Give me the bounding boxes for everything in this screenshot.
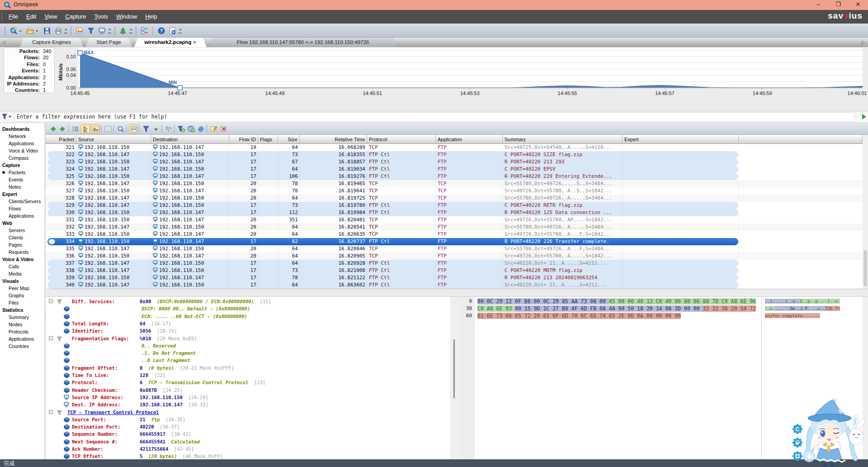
close-button[interactable]: ✕	[848, 0, 868, 10]
capture-new-icon-dropdown[interactable]: ▾	[19, 29, 21, 33]
packet-row-334[interactable]: 334192.168.110.150192.168.110.147178216.…	[46, 238, 863, 245]
capture-new-icon[interactable]	[8, 25, 19, 36]
sidebar-item-pages[interactable]: Pages	[0, 241, 45, 248]
menu-tools[interactable]: Tools	[90, 10, 112, 24]
packet-row-323[interactable]: 323192.168.110.150192.168.110.147176716.…	[46, 158, 863, 166]
mascot-c-button[interactable]: C	[792, 424, 803, 434]
sidebar-item-requests[interactable]: Requests	[0, 248, 45, 256]
menu-view[interactable]: View	[40, 10, 61, 24]
decode-row[interactable]: 0.. Reserved	[46, 342, 450, 349]
menu-file[interactable]: File	[5, 10, 22, 24]
tree-expander-icon[interactable]: −	[49, 336, 53, 340]
decode-row-source-port[interactable]: Source Port:21 ftp [34-35]	[46, 416, 450, 423]
decode-row[interactable]: .1. Do Not Fragment	[46, 349, 450, 357]
tab-flow-192-168-110-147-55780-192[interactable]: Flow 192.168.110.147:55780 <-> 192.168.1…	[209, 38, 397, 47]
packet-row-329[interactable]: 329192.168.110.147192.168.110.150177316.…	[46, 202, 863, 209]
print-icon[interactable]	[53, 25, 64, 36]
tab-capture-engines[interactable]: Capture Engines	[20, 38, 83, 47]
help-icon[interactable]: ?	[156, 25, 167, 36]
save-icon[interactable]	[42, 25, 52, 36]
tree-expander-icon[interactable]: −	[49, 299, 53, 303]
decode-row-fragmentation-flags[interactable]: −Fragmentation Flags:%010 [20 Mask 0xE0]	[46, 335, 450, 342]
list-view-icon[interactable]	[71, 124, 80, 133]
open-file-icon[interactable]	[25, 25, 36, 36]
open-file-icon-dropdown[interactable]: ▾	[36, 29, 38, 33]
sidebar-item-summary[interactable]: Summary	[0, 314, 45, 321]
tab-close-icon[interactable]: ✕	[192, 40, 197, 45]
menu-window[interactable]: Window	[112, 10, 141, 24]
tab-scroll-left-icon[interactable]: ◁	[2, 40, 5, 45]
decode-row[interactable]: DSCP: 0000 00.. Default - (0x00000000)	[46, 305, 450, 312]
sidebar-item-protocols[interactable]: Protocols	[0, 328, 45, 335]
decode-row-diff-services[interactable]: −Diff. Services:0x00 (DSCP:0x00000000 / …	[46, 298, 450, 305]
column-header-flags[interactable]: Flags	[258, 135, 278, 144]
column-header-application[interactable]: Application	[436, 135, 503, 144]
packet-row-337[interactable]: 337192.168.110.147192.168.110.150176416.…	[46, 260, 863, 267]
column-header-relative-time[interactable]: Relative Time	[300, 135, 367, 144]
menu-edit[interactable]: Edit	[22, 10, 40, 24]
hex-ascii-row[interactable]: ..n.....'.Om..J.P. ..=..226 Tr	[765, 305, 840, 312]
decode-row-header-checksum[interactable]: Header Checksum:0x887D [24-25]	[46, 386, 450, 394]
decode-row-identifier[interactable]: Identifier:5056 [18-19]	[46, 327, 450, 334]
tab-start-page[interactable]: Start Page	[85, 38, 132, 47]
sidebar-item-clients[interactable]: Clients	[0, 234, 45, 241]
make-note-icon[interactable]	[209, 124, 218, 133]
decode-row-tcp-transport-control-protocol[interactable]: −TCP - Transport Control Protocol	[46, 409, 450, 416]
filter-icon[interactable]	[85, 25, 96, 36]
sidebar-item-graphs[interactable]: Graphs	[0, 292, 45, 299]
filter-menu-button[interactable]	[1, 112, 14, 122]
packet-row-326[interactable]: 326192.168.110.147192.168.110.150207816.…	[46, 180, 863, 187]
tab-scroll-right-icon[interactable]: ▷	[862, 40, 865, 45]
tab-wireshark2-pcapng[interactable]: wireshark2.pcapng ✕	[134, 38, 207, 47]
packet-row-322[interactable]: 322192.168.110.147192.168.110.150177316.…	[46, 151, 863, 158]
packet-row-335[interactable]: 335192.168.110.147192.168.110.150206416.…	[46, 245, 863, 253]
packet-row-333[interactable]: 333192.168.110.150192.168.110.147206416.…	[46, 231, 863, 238]
column-header-expert[interactable]: Expert	[623, 135, 739, 144]
sidebar-item-applications[interactable]: Applications	[0, 212, 45, 219]
sidebar-item-nodes[interactable]: Nodes	[0, 321, 45, 328]
decode-row-ack-number[interactable]: Ack Number:4211755664 [42-45]	[46, 445, 450, 453]
hex-bytes-row[interactable]: 00 0C 29 12 0F B6 00 0C 29 85 AA 73 08 0…	[477, 298, 756, 305]
column-header-protocol[interactable]: Protocol	[367, 135, 436, 144]
decode-row-next-sequence[interactable]: Next Sequence #:666455941 Calculated	[46, 438, 450, 445]
mascot-paw-button[interactable]	[792, 437, 803, 448]
decode-row-total-length[interactable]: Total Length:64 [16-17]	[46, 320, 450, 327]
packet-row-330[interactable]: 330192.168.110.150192.168.110.1471711216…	[46, 209, 863, 216]
sidebar-item-voice-video[interactable]: Voice & Video	[0, 147, 45, 154]
back-arrow-icon[interactable]	[48, 124, 57, 133]
hex-bytes-row[interactable]: 61 6E 73 66 65 72 20 63 6F 6D 70 6C 65 7…	[477, 312, 681, 319]
column-header-packet[interactable]: Packet	[46, 135, 76, 144]
packet-row-338[interactable]: 338192.168.110.147192.168.110.150177316.…	[46, 267, 863, 274]
forward-arrow-icon[interactable]	[58, 124, 67, 133]
insert-filter-green-icon[interactable]	[177, 124, 186, 133]
hex-ascii-row[interactable]: ansfer complete.......	[765, 312, 820, 319]
sidebar-item-peer-map[interactable]: Peer Map	[0, 285, 45, 292]
insert-filter-blue-icon[interactable]	[187, 124, 196, 133]
sidebar-item-notes[interactable]: Notes	[0, 183, 45, 191]
packet-row-332[interactable]: 332192.168.110.147192.168.110.150206416.…	[46, 224, 863, 231]
start-page-icon[interactable]	[167, 25, 178, 36]
decode-row[interactable]: ECN: .... ..00 Not-ECT - (0x00000000)	[46, 313, 450, 320]
hex-ascii-row[interactable]: ..).....)..s..E..@..@....}..n.	[765, 298, 840, 305]
packet-row-328[interactable]: 328192.168.110.147192.168.110.150206416.…	[46, 195, 863, 202]
packet-row-327[interactable]: 327192.168.110.150192.168.110.147207016.…	[46, 187, 863, 195]
monitor-icon[interactable]	[97, 25, 108, 36]
menu-help[interactable]: Help	[141, 10, 161, 24]
column-header-flow-id[interactable]: Flow ID	[229, 135, 258, 144]
column-header-source[interactable]: Source	[76, 135, 151, 144]
sidebar-item-applications[interactable]: Applications	[0, 140, 45, 147]
sidebar-item-packets[interactable]: Packets	[0, 169, 45, 176]
pane-splitter[interactable]	[46, 289, 868, 297]
column-header-destination[interactable]: Destination	[151, 135, 229, 144]
restore-button[interactable]: ❐	[828, 0, 848, 10]
decode-row-protocol[interactable]: Protocol:6 TCP - Transmission Control Pr…	[46, 379, 450, 386]
column-header-summary[interactable]: Summary	[503, 135, 623, 144]
sidebar-item-applications[interactable]: Applications	[0, 335, 45, 343]
decode-row-fragment-offset[interactable]: Fragment Offset:0 (0 bytes) [20-21 Mask …	[46, 364, 450, 372]
sidebar-item-events[interactable]: Events	[0, 176, 45, 183]
filter-funnel-icon[interactable]	[142, 124, 151, 133]
decode-row-tcp-offset[interactable]: TCP Offset:5 (20 bytes) [46 Mask 0xF0]	[46, 453, 450, 459]
apply-filter-icon[interactable]	[862, 114, 866, 119]
decode-row-dest-ip-address[interactable]: Dest. IP Address:192.168.110.147 [30-33]	[46, 401, 450, 408]
packet-row-340[interactable]: 340192.168.110.147192.168.110.150176416.…	[46, 281, 863, 289]
